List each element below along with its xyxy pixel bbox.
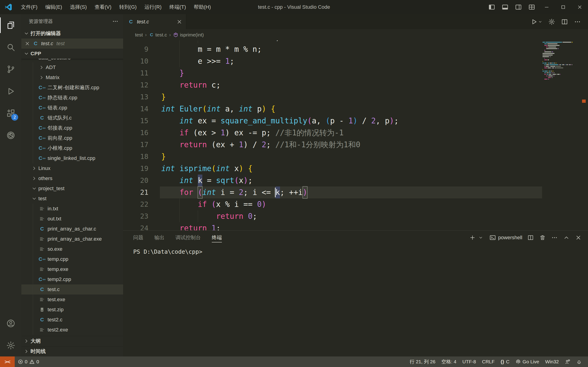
panel-tab-输出[interactable]: 输出 bbox=[154, 231, 164, 245]
menu-item-4[interactable]: 转到(G) bbox=[115, 0, 141, 14]
activity-run-and-debug[interactable] bbox=[0, 80, 21, 102]
kill-terminal-icon[interactable] bbox=[539, 234, 546, 241]
tree-item-test.exe[interactable]: test.exe bbox=[21, 294, 123, 305]
panel-tab-问题[interactable]: 问题 bbox=[133, 231, 143, 245]
breadcrumb-test.c[interactable]: Ctest.c bbox=[149, 32, 167, 38]
tree-item-others[interactable]: others bbox=[21, 173, 123, 184]
menu-item-1[interactable]: 编辑(E) bbox=[41, 0, 66, 14]
code-line-19[interactable]: 19int isprime(int x) { bbox=[123, 163, 542, 175]
close-editor-icon[interactable] bbox=[25, 41, 30, 46]
new-terminal-icon[interactable] bbox=[469, 234, 476, 241]
split-editor-icon[interactable] bbox=[561, 18, 568, 25]
tab-test.c[interactable]: C test.c bbox=[123, 14, 186, 29]
tree-item-temp.cpp[interactable]: C++temp.cpp bbox=[21, 254, 123, 264]
activity-manage[interactable] bbox=[0, 334, 21, 357]
remote-indicator[interactable]: >< bbox=[0, 357, 15, 367]
layout-sidebar-right-icon[interactable] bbox=[515, 4, 522, 10]
tree-item-前向星.cpp[interactable]: C++前向星.cpp bbox=[21, 133, 123, 143]
activity-search[interactable] bbox=[0, 36, 21, 58]
tree-item-test2.exe[interactable]: test2.exe bbox=[21, 325, 123, 335]
activity-source-control[interactable] bbox=[0, 58, 21, 80]
code-line-21[interactable]: 21 for (int i = 2; i <= k; ++i) bbox=[123, 186, 542, 198]
status-platform[interactable]: Win32 bbox=[542, 357, 562, 367]
status-cursor-position[interactable]: 行 21, 列 26 bbox=[407, 357, 439, 367]
status-indentation[interactable]: 空格: 4 bbox=[439, 357, 459, 367]
tree-item-Linux[interactable]: Linux bbox=[21, 163, 123, 173]
more-actions-icon[interactable] bbox=[112, 18, 119, 25]
code-line-15[interactable]: 15 int ex = square_and_multiply(a, (p - … bbox=[123, 115, 542, 127]
menu-item-6[interactable]: 终端(T) bbox=[165, 0, 190, 14]
tree-item-print_array_as_char.exe[interactable]: print_array_as_char.exe bbox=[21, 234, 123, 244]
tree-item-链式队列.c[interactable]: C链式队列.c bbox=[21, 113, 123, 123]
panel-tab-调试控制台[interactable]: 调试控制台 bbox=[175, 231, 201, 245]
chevron-down-icon[interactable] bbox=[538, 20, 542, 24]
tree-item-test[interactable]: test bbox=[21, 194, 123, 204]
layout-grid-icon[interactable] bbox=[528, 4, 535, 10]
tree-item-二叉树-创建和遍历.cpp[interactable]: C++二叉树-创建和遍历.cpp bbox=[21, 83, 123, 93]
code-line-24[interactable]: 24 return 1; bbox=[123, 222, 542, 230]
maximize-window-button[interactable] bbox=[555, 0, 571, 14]
tree-item-邻接表.cpp[interactable]: C++邻接表.cpp bbox=[21, 123, 123, 133]
status-notifications[interactable] bbox=[573, 357, 585, 367]
tree-item-链表.cpp[interactable]: C++链表.cpp bbox=[21, 103, 123, 113]
settings-gear-icon[interactable] bbox=[548, 18, 555, 25]
menu-item-2[interactable]: 选择(S) bbox=[66, 0, 90, 14]
tree-item-temp2.cpp[interactable]: C++temp2.cpp bbox=[21, 274, 123, 284]
open-editor-test.c[interactable]: Ctest.ctest bbox=[21, 39, 123, 49]
activity-chatgpt-extension[interactable] bbox=[0, 124, 21, 146]
tree-item-temp.exe[interactable]: temp.exe bbox=[21, 264, 123, 274]
tree-item-data_structure[interactable]: data_structure bbox=[21, 59, 123, 62]
tree-item-test.c[interactable]: Ctest.c bbox=[21, 284, 123, 294]
minimize-window-button[interactable] bbox=[538, 0, 555, 14]
tree-item-静态链表.cpp[interactable]: C++静态链表.cpp bbox=[21, 93, 123, 103]
tree-item-in.txt[interactable]: in.txt bbox=[21, 204, 123, 214]
status-language-mode[interactable]: {}C bbox=[498, 357, 512, 367]
tree-item-print_array_as_char.c[interactable]: Cprint_array_as_char.c bbox=[21, 224, 123, 234]
tree-item-out.txt[interactable]: out.txt bbox=[21, 214, 123, 224]
folder-header[interactable]: CPP bbox=[21, 49, 123, 59]
status-eol[interactable]: CRLF bbox=[479, 357, 498, 367]
tree-item-test2.c[interactable]: Ctest2.c bbox=[21, 315, 123, 325]
terminal[interactable]: PS D:\Data\code\cpp> bbox=[123, 245, 588, 255]
code-line-20[interactable]: 20 int k = sqrt(x); bbox=[123, 175, 542, 186]
panel-more-icon[interactable] bbox=[551, 234, 558, 241]
breadcrumb-isprime(int)[interactable]: isprime(int) bbox=[173, 32, 204, 38]
terminal-dropdown-icon[interactable] bbox=[478, 235, 483, 240]
tree-item-so.exe[interactable]: so.exe bbox=[21, 244, 123, 254]
activity-explorer[interactable] bbox=[0, 14, 21, 36]
breadcrumb-test[interactable]: test bbox=[135, 32, 143, 38]
activity-extensions[interactable]: 2 bbox=[0, 102, 21, 124]
status-go-live[interactable]: Go Live bbox=[512, 357, 542, 367]
code-line-22[interactable]: 22 if (x % i == 0) bbox=[123, 198, 542, 210]
problems-status[interactable]: 00 bbox=[15, 357, 44, 367]
close-panel-icon[interactable] bbox=[575, 234, 582, 241]
activity-accounts[interactable] bbox=[0, 312, 21, 334]
split-terminal-icon[interactable] bbox=[527, 234, 534, 241]
code-line-10[interactable]: 10 e >>= 1; bbox=[123, 55, 542, 67]
menu-item-5[interactable]: 运行(R) bbox=[141, 0, 166, 14]
terminal-tab-powershell[interactable]: powershell bbox=[487, 234, 522, 241]
tree-item-single_linked_list.cpp[interactable]: C++single_linked_list.cpp bbox=[21, 153, 123, 163]
maximize-panel-icon[interactable] bbox=[563, 234, 570, 241]
menu-item-7[interactable]: 帮助(H) bbox=[190, 0, 215, 14]
tree-item-project_test[interactable]: project_test bbox=[21, 184, 123, 194]
close-window-button[interactable] bbox=[571, 0, 588, 14]
tree-item-小根堆.cpp[interactable]: C++小根堆.cpp bbox=[21, 143, 123, 153]
code-line-9[interactable]: 9 m = m * m % n; bbox=[123, 43, 542, 55]
status-feedback[interactable] bbox=[562, 357, 573, 367]
panel-tab-终端[interactable]: 终端 bbox=[212, 231, 222, 245]
run-icon[interactable] bbox=[531, 18, 537, 25]
section-时间线[interactable]: 时间线 bbox=[21, 346, 123, 357]
editor-body[interactable]: 8 c = c * m % n;9 m = m * m % n;10 e >>=… bbox=[123, 40, 588, 230]
code-line-17[interactable]: 17 return (ex + 1) / 2; //1和-1分别映射为1和0 bbox=[123, 139, 542, 151]
tree-item-Matrix[interactable]: Matrix bbox=[21, 73, 123, 83]
code-line-12[interactable]: 12 return c; bbox=[123, 79, 542, 91]
open-editors-header[interactable]: 打开的编辑器 bbox=[21, 28, 123, 39]
code-line-8[interactable]: 8 c = c * m % n; bbox=[123, 40, 542, 43]
close-tab-icon[interactable] bbox=[176, 19, 182, 25]
section-大纲[interactable]: 大纲 bbox=[21, 336, 123, 346]
tree-item-ADT[interactable]: ADT bbox=[21, 62, 123, 73]
code-line-16[interactable]: 16 if (ex > 1) ex -= p; //非1的情况转为-1 bbox=[123, 127, 542, 139]
tree-item-test.zip[interactable]: test.zip bbox=[21, 305, 123, 315]
ellipsis-icon[interactable] bbox=[574, 18, 581, 25]
